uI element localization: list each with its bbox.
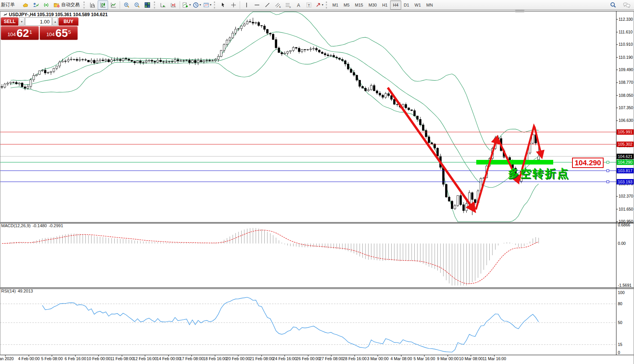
search-button[interactable] xyxy=(608,0,618,10)
svg-text:11 Mar 16:00: 11 Mar 16:00 xyxy=(482,356,506,361)
timeframe-mn-button[interactable]: MN xyxy=(424,0,435,10)
svg-text:6 Feb 16:00: 6 Feb 16:00 xyxy=(65,356,86,361)
tile-windows-button[interactable] xyxy=(142,0,152,10)
autotrade-button[interactable]: 自动交易 xyxy=(51,0,82,10)
macd-histogram xyxy=(2,228,539,286)
svg-text:4 Feb 00:00: 4 Feb 00:00 xyxy=(18,356,40,361)
svg-text:18 Feb 16:00: 18 Feb 16:00 xyxy=(203,356,227,361)
timeframe-h4-button[interactable]: H4 xyxy=(390,0,401,10)
wallet-button[interactable] xyxy=(20,0,30,10)
text-label-button[interactable]: T xyxy=(304,0,314,10)
arrows-icon xyxy=(315,2,321,8)
timeframe-m15-button[interactable]: M15 xyxy=(352,0,366,10)
auto-scroll-button[interactable] xyxy=(158,0,168,10)
price-level-callout[interactable]: 104.290 xyxy=(572,158,604,168)
toolbar-drag-handle[interactable] xyxy=(154,2,157,8)
toolbar-drag-handle[interactable] xyxy=(326,2,329,8)
chart-title: USDJPY-,H4 105.319 105.361 104.589 104.6… xyxy=(4,12,108,17)
svg-text:11 Feb 08:00: 11 Feb 08:00 xyxy=(110,356,133,361)
chart-canvas[interactable]: 112.330111.610110.910110.190109.490108.7… xyxy=(0,10,634,364)
indicators-button[interactable]: ▾ xyxy=(181,0,192,10)
trendline-button[interactable] xyxy=(262,0,272,10)
timeframe-m1-button[interactable]: M1 xyxy=(330,0,341,10)
templates-icon xyxy=(203,2,209,8)
zoom-out-button[interactable] xyxy=(132,0,142,10)
crosshair-button[interactable] xyxy=(228,0,239,10)
turning-point-annotation[interactable]: 多空转折点 xyxy=(508,166,569,181)
rsi-line xyxy=(42,297,539,352)
timeframe-d1-button[interactable]: D1 xyxy=(401,0,412,10)
vertical-line-button[interactable] xyxy=(241,0,252,10)
time-axis: Jan 20204 Feb 00:005 Feb 08:006 Feb 16:0… xyxy=(0,355,506,361)
support-highlight-bar xyxy=(476,160,553,165)
zoom-in-button[interactable] xyxy=(121,0,132,10)
equidistant-channel-button[interactable]: E xyxy=(272,0,283,10)
horizontal-line-icon xyxy=(254,2,260,8)
sell-button[interactable]: SELL xyxy=(1,17,18,26)
svg-text:10 Mar 08:00: 10 Mar 08:00 xyxy=(459,356,483,361)
chevron-down-icon: ▾ xyxy=(322,3,324,7)
toolbar: 新订单 自动交易 xyxy=(0,0,634,10)
chart-shift-button[interactable] xyxy=(168,0,179,10)
crosshair-icon xyxy=(230,2,237,8)
svg-text:15: 15 xyxy=(618,342,622,347)
svg-text:50: 50 xyxy=(618,320,622,325)
svg-text:A: A xyxy=(297,2,300,8)
candlestick-chart-icon xyxy=(100,2,106,8)
svg-text:12 Feb 16:00: 12 Feb 16:00 xyxy=(133,356,157,361)
price-axis: 112.330111.610110.910110.190109.490108.7… xyxy=(616,17,633,355)
chevron-down-icon: ▾ xyxy=(189,3,191,7)
svg-text:105.302: 105.302 xyxy=(618,142,632,146)
one-click-trading-panel: SELL ▼ 1.00 ▲ BUY 104621 104655 xyxy=(1,17,78,40)
svg-text:0: 0 xyxy=(618,350,620,355)
volume-decrease-button[interactable]: ▼ xyxy=(19,17,25,26)
svg-text:21 Feb 08:00: 21 Feb 08:00 xyxy=(250,356,274,361)
arrows-button[interactable]: ▾ xyxy=(314,0,324,10)
chart-shift-icon xyxy=(170,2,177,8)
chat-button[interactable] xyxy=(621,0,632,10)
candlestick-chart-button[interactable] xyxy=(98,0,108,10)
fibonacci-button[interactable]: F xyxy=(283,0,293,10)
cursor-icon xyxy=(220,2,226,8)
chat-icon xyxy=(623,2,631,8)
horizontal-line-button[interactable] xyxy=(252,0,262,10)
text-icon: A xyxy=(295,2,302,8)
timeframe-m5-button[interactable]: M5 xyxy=(341,0,352,10)
tile-windows-icon xyxy=(144,2,150,8)
signal-icon xyxy=(43,2,49,8)
wallet-icon xyxy=(22,2,28,8)
signal-button[interactable] xyxy=(41,0,51,10)
periods-button[interactable]: ▾ xyxy=(192,0,202,10)
buy-button[interactable]: BUY xyxy=(58,17,78,26)
timeframe-m30-button[interactable]: M30 xyxy=(366,0,379,10)
bar-chart-button[interactable] xyxy=(87,0,98,10)
timeframe-w1-button[interactable]: W1 xyxy=(412,0,424,10)
indicators-icon xyxy=(182,2,189,8)
timeframe-h1-button[interactable]: H1 xyxy=(379,0,390,10)
new-order-button[interactable]: 新订单 xyxy=(0,0,20,10)
svg-text:9 Mar 00:00: 9 Mar 00:00 xyxy=(437,356,459,361)
chevron-down-icon: ▾ xyxy=(200,3,201,7)
sell-price-button[interactable]: 104621 xyxy=(1,26,39,40)
trendline-icon xyxy=(264,2,270,8)
svg-text:F: F xyxy=(289,6,291,8)
svg-text:108.050: 108.050 xyxy=(619,93,633,98)
cursor-button[interactable] xyxy=(218,0,228,10)
line-chart-button[interactable] xyxy=(108,0,118,10)
profile-button[interactable] xyxy=(30,0,41,10)
volume-input[interactable]: 1.00 xyxy=(25,17,52,26)
text-button[interactable]: A xyxy=(293,0,304,10)
chart-scrollbar-thumb[interactable] xyxy=(515,10,525,12)
svg-text:110.190: 110.190 xyxy=(619,55,633,60)
svg-text:5 Feb 08:00: 5 Feb 08:00 xyxy=(41,356,63,361)
templates-button[interactable]: ▾ xyxy=(202,0,212,10)
bar-chart-icon xyxy=(90,2,96,8)
toolbar-drag-handle[interactable] xyxy=(83,2,86,8)
svg-text:20 Feb 00:00: 20 Feb 00:00 xyxy=(226,356,250,361)
vertical-line-icon xyxy=(244,2,250,8)
toolbar-drag-handle[interactable] xyxy=(214,2,217,8)
buy-price-button[interactable]: 104655 xyxy=(40,26,78,40)
svg-text:3 Mar 00:00: 3 Mar 00:00 xyxy=(367,356,389,361)
svg-text:103.817: 103.817 xyxy=(618,168,632,173)
volume-increase-button[interactable]: ▲ xyxy=(52,17,58,26)
